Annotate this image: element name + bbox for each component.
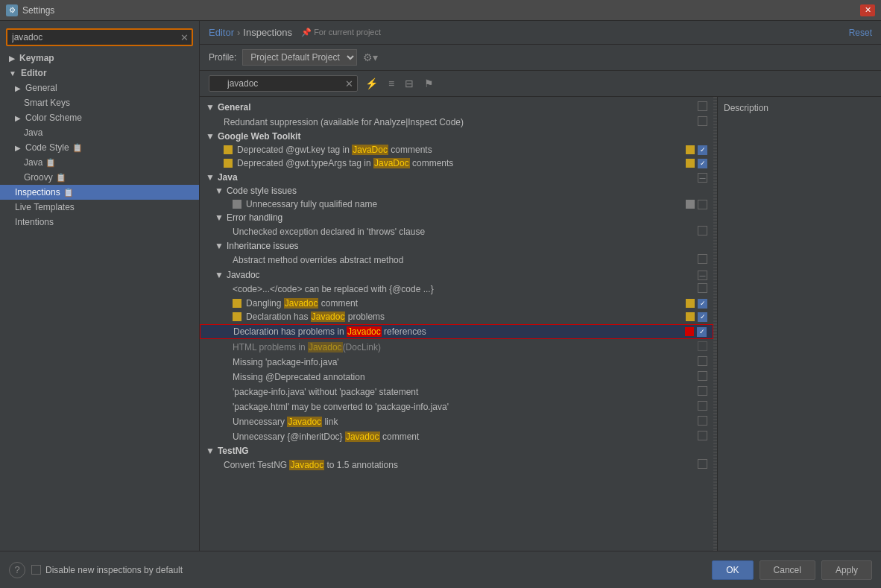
unchecked-exception-checkbox[interactable] (698, 226, 707, 235)
group-general[interactable]: ▼ General (200, 100, 713, 115)
profile-select[interactable]: Project Default Project (242, 49, 357, 66)
inheritance-expand-icon: ▼ (215, 241, 224, 251)
code-replace-checkbox[interactable] (698, 283, 707, 293)
inspections-search-clear-icon[interactable]: ✕ (345, 78, 353, 89)
reset-button[interactable]: Reset (849, 28, 872, 38)
sidebar-item-java-style[interactable]: Java 📋 (0, 155, 199, 170)
sidebar-item-general[interactable]: ▶ General (0, 80, 199, 95)
item-package-info-without[interactable]: 'package-info.java' without 'package' st… (200, 385, 713, 399)
group-java-label: Java (218, 172, 238, 183)
missing-deprecated-checkbox[interactable] (698, 371, 707, 381)
item-abstract-override[interactable]: Abstract method overrides abstract metho… (200, 253, 713, 268)
item-code-replace[interactable]: <code>...</code> can be replaced with {@… (200, 282, 713, 297)
item-gwt-key[interactable]: Deprecated @gwt.key tag in JavaDoc comme… (200, 143, 713, 157)
item-unnecessary-inheritdoc[interactable]: Unnecessary {@inheritDoc} Javadoc commen… (200, 429, 713, 444)
disable-new-inspections-checkbox[interactable] (31, 565, 41, 575)
sidebar-item-smart-keys[interactable]: Smart Keys (0, 95, 199, 110)
item-dangling-javadoc[interactable]: Dangling Javadoc comment (200, 297, 713, 310)
breadcrumb-editor[interactable]: Editor (209, 27, 234, 38)
unnecessary-link-checkbox[interactable] (698, 416, 707, 426)
profile-gear-icon[interactable]: ⚙▾ (363, 51, 378, 63)
java-checkbox[interactable] (698, 173, 707, 183)
item-unchecked-exception[interactable]: Unchecked exception declared in 'throws'… (200, 224, 713, 239)
missing-package-info-checkbox[interactable] (698, 356, 707, 366)
sidebar-item-code-style[interactable]: ▶ Code Style 📋 (0, 140, 199, 155)
unnecessary-inheritdoc-checkbox[interactable] (698, 431, 707, 440)
decl-prob-checkbox[interactable] (698, 312, 707, 322)
group-testng-label: TestNG (218, 446, 249, 456)
redundant-suppression-checkbox[interactable] (698, 116, 707, 126)
sidebar-item-editor[interactable]: ▼ Editor (0, 66, 199, 80)
html-problems-checkbox[interactable] (698, 341, 707, 351)
help-button[interactable]: ? (9, 562, 25, 578)
package-info-without-checkbox[interactable] (698, 386, 707, 396)
gwt-key-checkbox[interactable] (698, 145, 707, 155)
for-current-project-label: 📌 For current project (301, 28, 381, 37)
color-scheme-arrow: ▶ (15, 114, 21, 122)
package-html-convert-checkbox[interactable] (698, 401, 707, 411)
convert-testng-checkbox[interactable] (698, 459, 707, 469)
description-panel: Description (717, 97, 881, 551)
subgroup-code-style-issues[interactable]: ▼ Code style issues (200, 184, 713, 197)
sidebar-item-label-smart-keys: Smart Keys (24, 98, 70, 108)
decl-ref-checkbox[interactable] (697, 327, 707, 337)
sidebar-item-keymap[interactable]: ▶ Keymap (0, 51, 199, 66)
close-button[interactable]: ✕ (860, 4, 875, 16)
general-checkbox[interactable] (698, 101, 707, 111)
cancel-button[interactable]: Cancel (760, 560, 815, 580)
dangling-javadoc-label: Dangling Javadoc comment (246, 298, 358, 309)
dangling-checkbox[interactable] (698, 299, 707, 309)
window-title: Settings (22, 5, 860, 16)
item-missing-package-info[interactable]: Missing 'package-info.java' (200, 355, 713, 370)
item-redundant-suppression[interactable]: Redundant suppression (available for Ana… (200, 115, 713, 130)
subgroup-javadoc[interactable]: ▼ Javadoc (200, 268, 713, 282)
abstract-override-checkbox[interactable] (698, 254, 707, 264)
group-java[interactable]: ▼ Java (200, 170, 713, 184)
redundant-suppression-label: Redundant suppression (available for Ana… (224, 117, 464, 127)
sidebar-item-label-code-style: Code Style (25, 142, 69, 153)
sidebar-item-inspections[interactable]: Inspections 📋 (0, 185, 199, 200)
gwt-typeargs-severity-box (686, 159, 695, 168)
item-missing-deprecated[interactable]: Missing @Deprecated annotation (200, 370, 713, 385)
editor-arrow: ▼ (9, 69, 16, 78)
item-package-html-convert[interactable]: 'package.html' may be converted to 'pack… (200, 399, 713, 414)
abstract-override-label: Abstract method overrides abstract metho… (233, 255, 403, 265)
gwt-typeargs-checkbox[interactable] (698, 159, 707, 168)
code-style-arrow: ▶ (15, 144, 21, 152)
fqn-checkbox[interactable] (698, 200, 707, 209)
javadoc-expand-icon: ▼ (215, 270, 224, 280)
collapse-all-button[interactable]: ⊟ (402, 76, 417, 91)
sidebar-item-color-scheme[interactable]: ▶ Color Scheme (0, 110, 199, 125)
error-handling-expand-icon: ▼ (215, 212, 224, 223)
sidebar-item-java-color[interactable]: Java (0, 125, 199, 140)
sidebar-search-clear-icon[interactable]: ✕ (180, 32, 189, 43)
subgroup-inheritance-issues[interactable]: ▼ Inheritance issues (200, 239, 713, 253)
apply-button[interactable]: Apply (821, 560, 872, 580)
item-unnecessary-link[interactable]: Unnecessary Javadoc link (200, 414, 713, 429)
sidebar-item-groovy-style[interactable]: Groovy 📋 (0, 170, 199, 185)
decl-prob-severity-box (686, 312, 695, 321)
tab-icon: 📌 (301, 28, 312, 37)
sidebar-item-intentions[interactable]: Intentions (0, 215, 199, 230)
group-gwt[interactable]: ▼ Google Web Toolkit (200, 130, 713, 143)
ok-button[interactable]: OK (712, 560, 753, 580)
item-declaration-problems[interactable]: Declaration has Javadoc problems (200, 310, 713, 323)
sidebar-item-label-java-style: Java (24, 157, 42, 168)
item-convert-testng[interactable]: Convert TestNG Javadoc to 1.5 annotation… (200, 458, 713, 472)
item-html-problems[interactable]: HTML problems in Javadoc(DocLink) (200, 340, 713, 355)
sidebar-item-live-templates[interactable]: Live Templates (0, 200, 199, 215)
inspections-search-input[interactable] (209, 75, 358, 92)
item-unnecessary-fqn[interactable]: Unnecessary fully qualified name (200, 197, 713, 211)
inspections-body: ▼ General Redundant suppression (availab… (200, 97, 881, 551)
group-testng[interactable]: ▼ TestNG (200, 444, 713, 458)
item-declaration-references[interactable]: Declaration has problems in Javadoc refe… (200, 324, 713, 339)
sidebar-search-input[interactable]: javadoc (6, 28, 193, 46)
subgroup-error-handling[interactable]: ▼ Error handling (200, 211, 713, 224)
export-button[interactable]: ⚑ (421, 76, 437, 91)
expand-all-button[interactable]: ≡ (385, 76, 397, 91)
javadoc-group-checkbox[interactable] (698, 271, 707, 280)
filter-button[interactable]: ⚡ (362, 76, 381, 91)
resize-handle[interactable] (713, 97, 717, 551)
item-gwt-typeargs[interactable]: Deprecated @gwt.typeArgs tag in JavaDoc … (200, 157, 713, 170)
code-replace-label: <code>...</code> can be replaced with {@… (233, 284, 434, 294)
